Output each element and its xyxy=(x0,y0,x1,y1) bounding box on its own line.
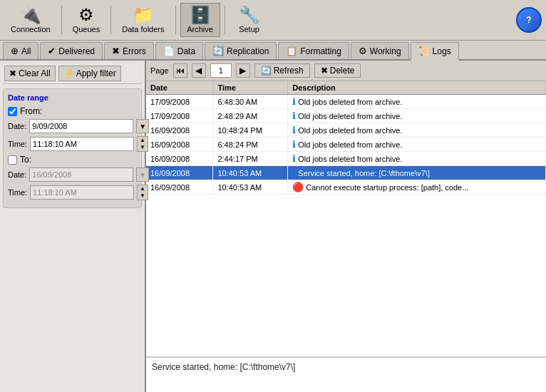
info-icon: ℹ xyxy=(292,153,296,164)
from-label: From: xyxy=(20,106,42,116)
apply-label: Apply filter xyxy=(76,68,116,78)
table-row[interactable]: 17/09/2008 6:48:30 AM ℹ Old jobs deleted… xyxy=(146,95,546,109)
col-description: Description xyxy=(288,81,546,95)
cell-desc: ℹ Service started, home: [C:\fthome\v7\] xyxy=(288,166,546,180)
info-icon: ℹ xyxy=(292,139,296,150)
tab-replication[interactable]: 🔄Replication xyxy=(205,42,277,59)
apply-filter-button[interactable]: ⚡ Apply filter xyxy=(58,66,121,81)
cell-time: 2:48:29 AM xyxy=(213,109,288,123)
to-label: To: xyxy=(20,155,31,165)
time-label-to: Time: xyxy=(8,188,27,197)
tab-icon-delivered: ✔ xyxy=(48,46,56,56)
from-time-down[interactable]: ▼ xyxy=(138,144,148,151)
from-checkbox[interactable] xyxy=(8,107,17,116)
tab-all[interactable]: ⊕All xyxy=(3,42,38,59)
from-time-spinner: ▲ ▼ xyxy=(137,136,148,152)
tab-logs[interactable]: 📜Logs xyxy=(411,42,459,61)
to-time-down[interactable]: ▼ xyxy=(138,192,148,200)
cell-desc: 🔴 Cannot execute startup process: [path]… xyxy=(288,180,546,195)
table-row[interactable]: 16/09/2008 10:48:24 PM ℹ Old jobs delete… xyxy=(146,123,546,138)
main-toolbar: 🔌 Connection ⚙ Queues 📁 Data folders 🗄️ … xyxy=(0,0,546,41)
main-layout: ✖ Clear All ⚡ Apply filter Date range Fr… xyxy=(0,61,546,392)
help-label: ? xyxy=(526,15,531,25)
first-page-button[interactable]: ⏮ xyxy=(173,63,187,78)
table-row[interactable]: 16/09/2008 2:44:17 PM ℹ Old jobs deleted… xyxy=(146,152,546,166)
tab-data[interactable]: 📄Data xyxy=(155,42,203,59)
toolbar-separator-1 xyxy=(61,6,62,34)
cell-desc: ℹ Old jobs deleted from archive. xyxy=(288,95,546,109)
tab-label-delivered: Delivered xyxy=(58,46,95,56)
tab-icon-working: ⚙ xyxy=(359,46,367,56)
to-time-spinner: ▲ ▼ xyxy=(137,185,148,200)
refresh-icon: 🔄 xyxy=(261,66,272,76)
log-panel: Page ⏮ ◀ ▶ 🔄 Refresh ✖ Delete Date Time xyxy=(146,61,546,392)
tab-label-data: Data xyxy=(177,46,195,56)
detail-text: Service started, home: [C:\fthome\v7\] xyxy=(152,362,295,372)
datafolders-icon: 📁 xyxy=(133,6,154,24)
archive-label: Archive xyxy=(187,25,213,33)
log-table: Date Time Description 17/09/2008 6:48:30… xyxy=(146,81,546,357)
cell-desc: ℹ Old jobs deleted from archive. xyxy=(288,152,546,166)
tab-icon-logs: 📜 xyxy=(418,46,430,56)
tab-errors[interactable]: ✖Errors xyxy=(104,42,154,59)
date-range-title: Date range xyxy=(8,93,137,102)
date-label-to: Date: xyxy=(8,170,26,179)
cell-time: 10:48:24 PM xyxy=(213,123,288,138)
table-body: 17/09/2008 6:48:30 AM ℹ Old jobs deleted… xyxy=(146,95,546,195)
table-row[interactable]: 16/09/2008 6:48:24 PM ℹ Old jobs deleted… xyxy=(146,138,546,152)
connection-button[interactable]: 🔌 Connection xyxy=(4,3,57,37)
datafolders-label: Data folders xyxy=(122,25,164,33)
setup-icon: 🔧 xyxy=(239,6,260,24)
to-time-up[interactable]: ▲ xyxy=(138,185,148,192)
tab-label-logs: Logs xyxy=(433,46,451,56)
from-time-input[interactable] xyxy=(30,137,134,151)
info-icon: ℹ xyxy=(292,110,296,121)
cell-date: 17/09/2008 xyxy=(146,109,213,123)
queues-icon: ⚙ xyxy=(78,6,94,24)
from-date-input[interactable] xyxy=(29,119,133,133)
table-row[interactable]: 16/09/2008 10:40:53 AM 🔴 Cannot execute … xyxy=(146,180,546,195)
cell-time: 6:48:30 AM xyxy=(213,95,288,109)
help-button[interactable]: ? xyxy=(516,7,542,33)
refresh-button[interactable]: 🔄 Refresh xyxy=(254,63,310,78)
table-header: Date Time Description xyxy=(146,81,546,95)
to-time-row: Time: ▲ ▼ xyxy=(8,185,137,200)
to-date-input[interactable] xyxy=(29,167,133,182)
page-number-input[interactable] xyxy=(210,63,232,78)
delete-button[interactable]: ✖ Delete xyxy=(314,63,361,78)
cell-desc: ℹ Old jobs deleted from archive. xyxy=(288,109,546,123)
queues-button[interactable]: ⚙ Queues xyxy=(66,3,107,37)
from-date-dropdown[interactable]: ▼ xyxy=(136,119,149,133)
setup-button[interactable]: 🔧 Setup xyxy=(230,3,269,37)
tab-working[interactable]: ⚙Working xyxy=(351,42,409,59)
next-page-button[interactable]: ▶ xyxy=(236,63,250,78)
tab-formatting[interactable]: 📋Formatting xyxy=(278,42,349,59)
cell-date: 16/09/2008 xyxy=(146,180,213,195)
refresh-label: Refresh xyxy=(274,66,304,76)
archive-button[interactable]: 🗄️ Archive xyxy=(180,3,220,37)
table-row[interactable]: 17/09/2008 2:48:29 AM ℹ Old jobs deleted… xyxy=(146,109,546,123)
info-icon: ℹ xyxy=(292,125,296,135)
tab-icon-replication: 🔄 xyxy=(212,46,224,56)
datafolders-button[interactable]: 📁 Data folders xyxy=(115,3,170,37)
cell-time: 10:40:53 AM xyxy=(213,166,288,180)
delete-label: Delete xyxy=(330,66,355,76)
from-time-up[interactable]: ▲ xyxy=(138,137,148,144)
delete-icon: ✖ xyxy=(321,66,328,76)
cell-desc: ℹ Old jobs deleted from archive. xyxy=(288,138,546,152)
date-label-from: Date: xyxy=(8,122,26,130)
prev-page-button[interactable]: ◀ xyxy=(192,63,206,78)
tab-delivered[interactable]: ✔Delivered xyxy=(40,42,103,59)
log-data-table: Date Time Description 17/09/2008 6:48:30… xyxy=(146,81,546,195)
to-checkbox[interactable] xyxy=(8,155,17,165)
to-time-input[interactable] xyxy=(30,185,134,200)
error-icon: 🔴 xyxy=(292,182,304,192)
to-date-dropdown[interactable]: ▼ xyxy=(136,167,149,182)
clear-all-button[interactable]: ✖ Clear All xyxy=(4,66,56,81)
tab-icon-all: ⊕ xyxy=(11,46,19,56)
from-row: From: xyxy=(8,106,137,116)
date-range-group: Date range From: Date: ▼ Time: ▲ ▼ xyxy=(3,88,142,208)
toolbar-separator-4 xyxy=(225,6,225,34)
toolbar-separator-2 xyxy=(110,6,111,34)
table-row[interactable]: 16/09/2008 10:40:53 AM ℹ Service started… xyxy=(146,166,546,180)
